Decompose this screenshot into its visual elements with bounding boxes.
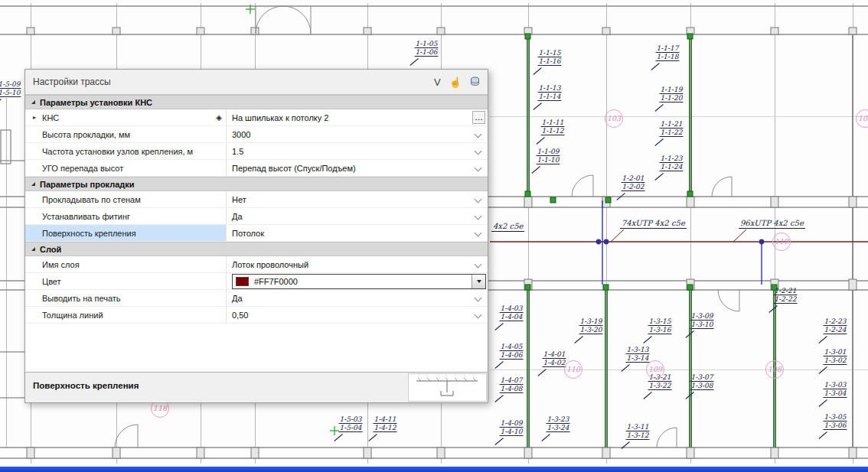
cad-workspace[interactable]: 1-1-051-1-061-1-151-1-161-1-171-1-181-5-… xyxy=(0,0,868,472)
cable-label: 1-1-211-1-22 xyxy=(660,120,684,137)
property-value: Нет xyxy=(232,195,246,204)
property-label-cell[interactable]: Устанавливать фитинг xyxy=(25,208,227,224)
collapse-icon xyxy=(31,182,35,186)
expander-icon[interactable]: ▸ xyxy=(30,114,39,121)
chevron-down-icon[interactable] xyxy=(475,261,482,269)
dropdown-arrow-icon xyxy=(477,280,481,283)
property-value: Потолок xyxy=(232,229,264,238)
cable-label: 1-2-211-2-22 xyxy=(774,287,798,304)
section-header[interactable]: Параметры прокладки xyxy=(25,177,488,191)
property-label-cell[interactable]: Цвет xyxy=(25,273,227,289)
dialog-titlebar[interactable]: Настройки трассы V ☝ xyxy=(25,70,488,94)
property-value-cell[interactable]: Да xyxy=(227,208,488,224)
cable-label: 1-3-071-3-08 xyxy=(690,373,714,390)
property-row: Цвет#FF7F0000 xyxy=(25,273,488,290)
route-settings-dialog: Настройки трассы V ☝ Параметры установки… xyxy=(24,69,488,403)
chevron-down-icon[interactable] xyxy=(475,131,482,138)
property-label: Цвет xyxy=(42,277,61,286)
property-label-cell[interactable]: Выводить на печать xyxy=(25,290,227,306)
property-value-cell[interactable]: Да xyxy=(227,290,488,306)
room-number-badge: 108 xyxy=(765,360,784,379)
chevron-down-icon[interactable] xyxy=(475,311,482,319)
database-icon[interactable] xyxy=(470,76,480,88)
route-capacity-label: 74xUTP 4x2 c5e xyxy=(620,219,687,229)
collapse-icon xyxy=(31,247,35,251)
property-label-cell[interactable]: Толщина линий xyxy=(25,307,227,323)
property-value-cell[interactable]: Нет xyxy=(227,191,488,207)
property-row: Выводить на печатьДа xyxy=(25,290,488,307)
property-row: Устанавливать фитингДа xyxy=(25,208,488,225)
room-number-badge: 109 xyxy=(646,360,664,379)
property-value: Перепад высот (Спуск/Подъем) xyxy=(232,164,356,173)
property-label-cell[interactable]: Имя слоя xyxy=(25,256,227,272)
chevron-down-icon[interactable] xyxy=(475,213,482,220)
flip-icon[interactable]: V xyxy=(434,77,441,87)
property-row: Толщина линий0,50 xyxy=(25,307,488,324)
dropdown-button[interactable] xyxy=(472,275,485,288)
cable-label: 1-4-111-4-12 xyxy=(374,415,397,432)
chevron-down-icon[interactable] xyxy=(475,164,482,172)
property-label: Устанавливать фитинг xyxy=(42,212,130,221)
pick-on-plan-icon[interactable]: ◈ xyxy=(216,113,222,122)
property-value-cell[interactable]: Потолок xyxy=(227,225,488,241)
property-label-cell[interactable]: УГО перепада высот xyxy=(25,160,227,176)
color-swatch xyxy=(236,277,249,286)
cable-label: 1-1-051-1-06 xyxy=(415,40,439,57)
property-label-cell[interactable]: Частота установки узлов крепления, м xyxy=(25,143,227,159)
property-value-cell[interactable]: Перепад высот (Спуск/Подъем) xyxy=(227,160,488,176)
section-header[interactable]: Параметры установки КНС xyxy=(25,95,488,109)
property-grid-empty-area xyxy=(25,324,488,372)
property-value-cell[interactable]: 3000 xyxy=(227,126,488,142)
chevron-down-icon[interactable] xyxy=(475,295,482,302)
collapse-icon xyxy=(31,100,35,104)
property-label-cell[interactable]: Прокладывать по стенам xyxy=(25,191,227,207)
section-header[interactable]: Слой xyxy=(25,242,488,256)
cable-label: 1-4-011-4-02 xyxy=(543,350,566,367)
hand-icon[interactable]: ☝ xyxy=(449,77,462,87)
property-value-cell[interactable]: На шпильках к потолку 2… xyxy=(227,109,488,125)
chevron-down-icon[interactable] xyxy=(475,148,482,155)
property-value: Да xyxy=(232,212,243,221)
property-value-cell[interactable]: 0,50 xyxy=(227,307,488,323)
cable-label: 1-3-191-3-20 xyxy=(579,317,603,334)
property-value-cell[interactable]: #FF7F0000 xyxy=(227,273,488,289)
property-row: УГО перепада высотПерепад высот (Спуск/П… xyxy=(25,160,488,177)
cable-label: 1-1-091-1-10 xyxy=(537,148,560,164)
property-label: Высота прокладки, мм xyxy=(42,130,130,139)
property-value-cell[interactable]: Лоток проволочный xyxy=(227,256,488,272)
chevron-down-icon[interactable] xyxy=(475,196,482,203)
property-label: Толщина линий xyxy=(42,311,103,320)
dialog-title: Настройки трассы xyxy=(33,76,111,87)
section-label: Слой xyxy=(40,245,61,254)
property-label: Частота установки узлов крепления, м xyxy=(42,147,193,156)
cable-label: 1-3-131-3-14 xyxy=(626,346,650,363)
cable-label: 1-1-231-1-24 xyxy=(660,155,684,171)
property-value: #FF7F0000 xyxy=(254,277,298,286)
property-grid: Параметры установки КНС▸КНС◈На шпильках … xyxy=(25,94,488,324)
cable-label: 1-3-091-3-10 xyxy=(690,312,714,329)
property-label: КНС xyxy=(42,113,59,122)
property-row: ▸КНС◈На шпильках к потолку 2… xyxy=(25,109,488,126)
cable-label: 1-2-011-2-02 xyxy=(622,174,645,191)
taskbar-edge[interactable] xyxy=(0,467,868,472)
cable-label: 1-1-171-1-18 xyxy=(656,44,680,61)
color-combobox[interactable]: #FF7F0000 xyxy=(232,274,486,289)
property-label-cell[interactable]: ▸КНС◈ xyxy=(25,109,227,125)
property-value: 0,50 xyxy=(232,311,248,320)
cable-label: 1-2-231-2-24 xyxy=(824,317,847,334)
property-label-cell[interactable]: Высота прокладки, мм xyxy=(25,126,227,142)
room-number-badge: 103 xyxy=(605,109,623,128)
property-value-cell[interactable]: 1.5 xyxy=(227,143,488,159)
property-value: 1.5 xyxy=(232,147,243,156)
cable-label: 1-1-131-1-14 xyxy=(538,84,562,101)
cable-label: 1-4-031-4-04 xyxy=(500,304,524,321)
chevron-down-icon[interactable] xyxy=(475,229,482,237)
property-value: На шпильках к потолку 2 xyxy=(232,113,328,122)
browse-button[interactable]: … xyxy=(472,111,485,124)
property-label-cell[interactable]: Поверхность крепления xyxy=(25,225,227,241)
cable-label: 1-3-011-3-02 xyxy=(824,348,847,365)
cable-label: 1-4-071-4-08 xyxy=(500,376,524,393)
cable-label: 1-3-151-3-16 xyxy=(648,317,672,334)
route-capacity-label: 4x2 c5e xyxy=(491,222,524,232)
property-row: Поверхность крепленияПотолок xyxy=(25,225,488,242)
